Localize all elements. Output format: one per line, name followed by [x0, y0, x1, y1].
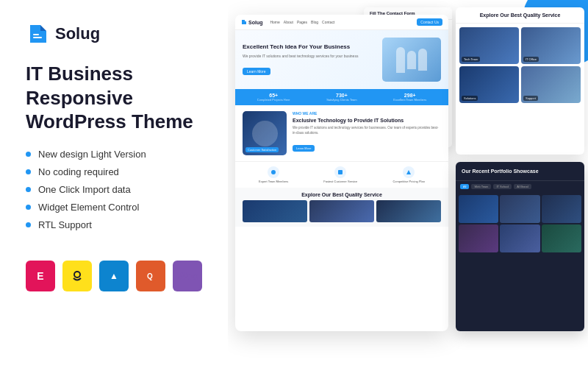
sec-grid-2: IT Office: [521, 27, 581, 64]
plugin-icons: E ▲ Q Woo: [26, 261, 202, 291]
woocommerce-icon: Woo: [173, 261, 202, 291]
bullet-1: [26, 152, 31, 157]
preview-dark-mockup: Our Recent Portfolio Showcase All Web Te…: [456, 162, 584, 331]
svg-text:Q: Q: [147, 272, 153, 280]
svg-rect-0: [33, 34, 39, 35]
person-silhouettes: [396, 47, 427, 73]
feature-3: One Click Import data: [26, 184, 202, 195]
preview-main-mockup: Solug Home About Pages Blog Contact Cont…: [235, 15, 448, 331]
dark-grid-4: [459, 224, 498, 252]
preview-nav-cta: Contact Us: [417, 18, 442, 26]
feature-4: Widget Element Control: [26, 202, 202, 213]
sec-grid-1: Tech Team: [459, 27, 519, 64]
secondary-grid: Tech Team IT Office Solutions Support: [456, 24, 584, 107]
filter-ai: AI Brand: [514, 184, 531, 189]
svg-rect-7: [338, 170, 343, 174]
preview-secondary-mockup: Explore Our Best Quality Service Tech Te…: [456, 7, 584, 155]
dark-grid-1: [459, 195, 498, 223]
filter-it: IT School: [493, 184, 512, 189]
main-container: Solug IT Business Responsive WordPress T…: [0, 0, 588, 368]
preview-hero: Excellent Tech Idea For Your Business We…: [235, 30, 448, 89]
section-cta: Learn More: [293, 145, 315, 152]
preview-section: Customer Satisfaction WHO WE ARE Exclusi…: [235, 105, 448, 161]
woo-label: Woo: [177, 270, 198, 282]
dark-grid-5: [500, 224, 539, 252]
revolution-icon: ▲: [99, 261, 129, 291]
dark-filters: All Web Team IT School AI Brand: [456, 181, 584, 192]
feature-5: RTL Support: [26, 219, 202, 230]
service-icon-circle-1: [268, 166, 279, 178]
quality-thumb-2: [309, 200, 374, 222]
filter-all: All: [460, 184, 469, 189]
service-icon-circle-3: [403, 166, 415, 178]
feature-2: No coding required: [26, 166, 202, 177]
feature-1: New design Light Version: [26, 149, 202, 160]
logo-text: Solug: [55, 24, 100, 43]
wpforms-icon: Q: [136, 261, 165, 291]
left-panel: Solug IT Business Responsive WordPress T…: [0, 0, 228, 368]
features-list: New design Light Version No coding requi…: [26, 149, 202, 237]
preview-hero-text: Excellent Tech Idea For Your Business We…: [243, 43, 376, 76]
preview-hero-cta: Learn More: [243, 68, 270, 75]
svg-point-3: [75, 272, 79, 277]
dark-grid-2: [500, 195, 539, 223]
mailchimp-icon: [62, 261, 92, 291]
preview-hero-subtitle: We provide IT solutions and best technol…: [243, 54, 376, 59]
preview-stats-bar: 65+ Completed Projects Here 730+ Satisfy…: [235, 89, 448, 105]
elementor-icon: E: [26, 261, 55, 291]
main-title: IT Business Responsive WordPress Theme: [26, 62, 202, 134]
preview-logo: Solug: [241, 19, 262, 25]
logo-area: Solug: [26, 22, 202, 46]
preview-nav-links: Home About Pages Blog Contact: [270, 20, 334, 24]
logo-icon: [26, 22, 49, 46]
stat-1: 65+ Completed Projects Here: [257, 93, 290, 102]
svg-rect-1: [33, 37, 42, 38]
service-2: Fastest Customer Service: [323, 166, 357, 183]
preview-hero-image: [382, 38, 441, 82]
service-icons: Expert Team Members Fastest Customer Ser…: [235, 161, 448, 188]
bullet-3: [26, 187, 31, 192]
dark-grid: [456, 192, 584, 255]
dark-grid-6: [542, 224, 581, 252]
bullet-4: [26, 205, 31, 210]
dark-grid-3: [542, 195, 581, 223]
section-text: WHO WE ARE Exclusive Technology to Provi…: [293, 111, 441, 155]
section-image: Customer Satisfaction: [243, 111, 287, 155]
filter-web: Web Team: [471, 184, 491, 189]
sec-grid-3: Solutions: [459, 66, 519, 103]
quality-grid: [243, 200, 441, 222]
quality-thumb-3: [376, 200, 441, 222]
service-1: Expert Team Members: [259, 166, 288, 183]
preview-quality: Explore Our Best Quality Service: [235, 188, 448, 227]
svg-point-6: [271, 170, 276, 174]
secondary-header: Explore Our Best Quality Service: [456, 7, 584, 24]
service-icon-circle-2: [334, 166, 346, 178]
service-3: Competitive Pricing Plan: [392, 166, 425, 183]
svg-marker-8: [406, 170, 411, 174]
preview-navbar: Solug Home About Pages Blog Contact Cont…: [235, 15, 448, 30]
stat-2: 730+ Satisfying Clients Team: [326, 93, 357, 102]
preview-hero-title: Excellent Tech Idea For Your Business: [243, 43, 376, 51]
bullet-5: [26, 222, 31, 227]
stat-3: 298+ Excellent Team Members: [393, 93, 426, 102]
dark-header: Our Recent Portfolio Showcase: [456, 162, 584, 181]
right-panel: Solug Home About Pages Blog Contact Cont…: [228, 0, 588, 368]
quality-thumb-1: [243, 200, 307, 222]
bullet-2: [26, 169, 31, 174]
section-badge: Customer Satisfaction: [245, 147, 279, 152]
sec-grid-4: Support: [521, 66, 581, 103]
